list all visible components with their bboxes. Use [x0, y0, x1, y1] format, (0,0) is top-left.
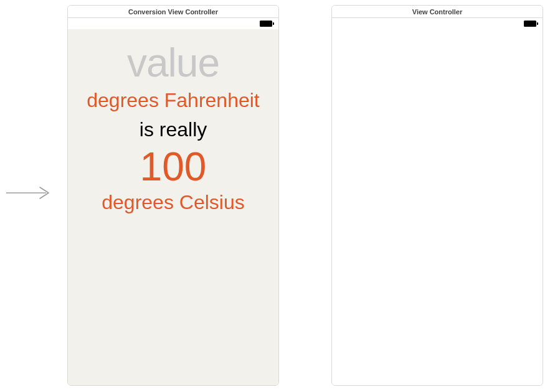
battery-icon: [524, 21, 539, 27]
view-controller-scene[interactable]: View Controller: [331, 5, 543, 386]
battery-icon: [260, 21, 275, 27]
celsius-unit-label: degrees Celsius: [68, 191, 278, 214]
conversion-view-controller-scene[interactable]: Conversion View Controller value degrees…: [67, 5, 279, 386]
status-bar: [332, 18, 543, 29]
status-bar: [68, 18, 278, 29]
initial-controller-arrow-icon: [5, 185, 55, 200]
scene-title-bar[interactable]: View Controller: [332, 6, 543, 18]
fahrenheit-unit-label: degrees Fahrenheit: [68, 89, 278, 112]
conversion-content-view: value degrees Fahrenheit is really 100 d…: [68, 29, 278, 385]
scene-title: View Controller: [412, 8, 462, 16]
scene-title-bar[interactable]: Conversion View Controller: [68, 6, 278, 18]
blank-content-view: [332, 29, 543, 385]
celsius-value-label: 100: [68, 145, 278, 189]
is-really-label: is really: [68, 118, 278, 141]
fahrenheit-value-input[interactable]: value: [68, 43, 278, 83]
scene-title: Conversion View Controller: [128, 8, 218, 16]
